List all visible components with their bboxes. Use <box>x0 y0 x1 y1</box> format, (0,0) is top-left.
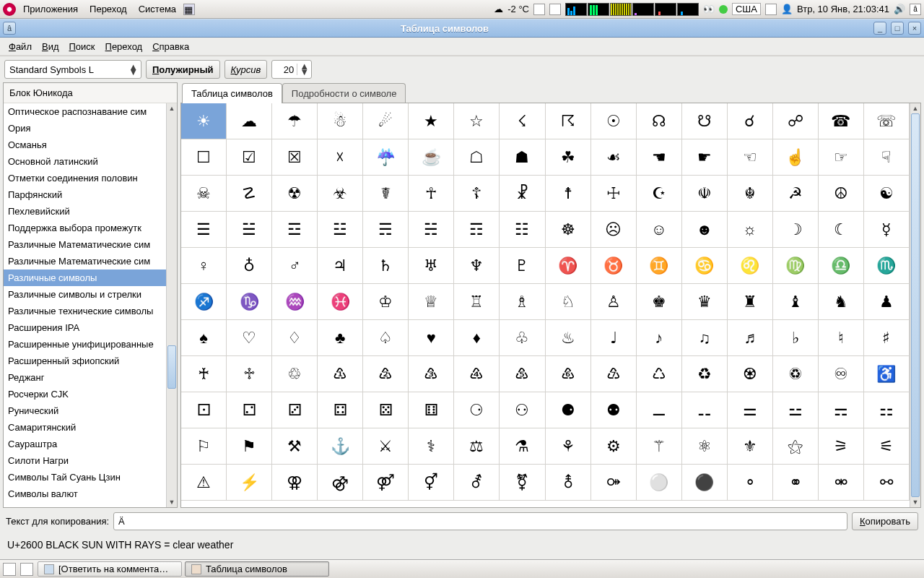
sidebar-item[interactable]: Различные технические символы <box>4 303 177 319</box>
symbol-cell[interactable]: ☓ <box>318 139 363 176</box>
symbol-cell[interactable]: ♅ <box>409 248 454 284</box>
symbol-cell[interactable]: ☱ <box>227 212 272 248</box>
sidebar-item[interactable]: Основной латинский <box>4 153 177 170</box>
tab-symbol-table[interactable]: Таблица символов <box>182 83 282 103</box>
sidebar-item[interactable]: Символы и знаки препинания CJK <box>4 502 177 507</box>
symbol-cell[interactable]: ☖ <box>454 139 500 176</box>
symbol-cell[interactable]: ☿ <box>864 212 910 248</box>
symbol-cell[interactable]: ☎ <box>819 103 864 139</box>
symbol-cell[interactable]: ☒ <box>272 139 318 176</box>
sidebar-item[interactable]: Парфянский <box>4 186 177 203</box>
system-monitor[interactable] <box>565 3 699 16</box>
symbol-cell[interactable]: ☜ <box>728 139 773 176</box>
clock[interactable]: Втр, 10 Янв, 21:03:41 <box>797 4 889 14</box>
symbol-cell[interactable]: ♱ <box>227 356 272 392</box>
symbol-cell[interactable]: ♞ <box>819 284 864 320</box>
symbol-cell[interactable]: ☙ <box>591 139 637 176</box>
symbol-cell[interactable]: ♻ <box>682 356 728 392</box>
symbol-cell[interactable]: ☣ <box>318 176 363 212</box>
symbol-cell[interactable]: ♯ <box>864 320 910 356</box>
symbol-cell[interactable]: ♗ <box>500 284 545 320</box>
symbol-cell[interactable]: ⚡ <box>227 465 272 501</box>
symbol-cell[interactable]: ☨ <box>546 176 591 212</box>
symbol-cell[interactable]: ⚗ <box>500 428 545 465</box>
symbol-cell[interactable]: ♽ <box>773 356 819 392</box>
symbol-cell[interactable]: ⚝ <box>773 428 819 465</box>
symbol-cell[interactable]: ⚖ <box>454 428 500 465</box>
symbol-cell[interactable]: ☵ <box>409 212 454 248</box>
symbol-cell[interactable]: ☽ <box>773 212 819 248</box>
symbol-cell[interactable]: ♆ <box>454 248 500 284</box>
symbol-cell[interactable]: ⚇ <box>500 392 545 428</box>
kbd-layout[interactable]: США <box>732 3 761 15</box>
italic-toggle[interactable]: Курсив <box>225 60 268 79</box>
sidebar-item[interactable]: Росчерки CJK <box>4 386 177 402</box>
symbol-cell[interactable]: ☔ <box>363 139 409 176</box>
symbol-cell[interactable]: ♧ <box>500 320 545 356</box>
symbol-cell[interactable]: ♐ <box>181 284 227 320</box>
symbol-cell[interactable]: ♊ <box>637 248 682 284</box>
symbol-cell[interactable]: ⚬ <box>728 465 773 501</box>
symbol-cell[interactable]: ☊ <box>637 103 682 139</box>
symbol-cell[interactable]: ♎ <box>819 248 864 284</box>
symbol-cell[interactable]: ♉ <box>591 248 637 284</box>
symbol-cell[interactable]: ⚆ <box>454 392 500 428</box>
symbol-grid[interactable]: ☀☁☂☃☄★☆☇☈☉☊☋☌☍☎☏☐☑☒☓☔☕☖☗☘☙☚☛☜☝☞☟☠☡☢☣☤☥☦☧… <box>181 103 910 507</box>
symbol-cell[interactable]: ⚛ <box>682 428 728 465</box>
symbol-cell[interactable]: ☰ <box>181 212 227 248</box>
symbol-cell[interactable]: ♮ <box>819 320 864 356</box>
sidebar-item[interactable]: Расширенный эфиопский <box>4 353 177 369</box>
sidebar-item[interactable]: Символы валют <box>4 486 177 502</box>
symbol-cell[interactable]: ♭ <box>773 320 819 356</box>
symbol-cell[interactable]: ☡ <box>227 176 272 212</box>
symbol-cell[interactable]: ⚈ <box>546 392 591 428</box>
panel-menu-system[interactable]: Система <box>134 2 180 16</box>
symbol-cell[interactable]: ♰ <box>181 356 227 392</box>
symbol-cell[interactable]: ♸ <box>546 356 591 392</box>
sidebar-item[interactable]: Саураштра <box>4 436 177 452</box>
symbol-cell[interactable]: ☼ <box>728 212 773 248</box>
symbol-cell[interactable]: ☤ <box>363 176 409 212</box>
updates-icon[interactable] <box>549 4 561 15</box>
symbol-cell[interactable]: ♇ <box>500 248 545 284</box>
symbol-cell[interactable]: ☠ <box>181 176 227 212</box>
symbol-cell[interactable]: ☈ <box>546 103 591 139</box>
symbol-cell[interactable]: ♑ <box>227 284 272 320</box>
symbol-cell[interactable]: ⚚ <box>637 428 682 465</box>
size-input[interactable] <box>272 64 297 75</box>
bold-toggle[interactable]: Полужирный <box>146 60 220 79</box>
symbol-cell[interactable]: ☟ <box>864 139 910 176</box>
sidebar-item[interactable]: Силоти Нагри <box>4 452 177 469</box>
symbol-cell[interactable]: ♀ <box>181 248 227 284</box>
sidebar-item[interactable]: Самаритянский <box>4 419 177 436</box>
symbol-cell[interactable]: ♛ <box>682 284 728 320</box>
sidebar-item[interactable]: Расширения IPA <box>4 319 177 336</box>
symbol-cell[interactable]: ⚞ <box>819 428 864 465</box>
symbol-cell[interactable]: ♹ <box>591 356 637 392</box>
sidebar-scrollbar[interactable]: ▲ ▼ <box>166 103 177 507</box>
symbol-cell[interactable]: ♿ <box>864 356 910 392</box>
minimize-button[interactable]: _ <box>873 22 886 35</box>
sidebar-item[interactable]: Различные символы <box>4 269 177 286</box>
symbol-cell[interactable]: ♲ <box>272 356 318 392</box>
symbol-cell[interactable]: ♌ <box>728 248 773 284</box>
symbol-cell[interactable]: ♴ <box>363 356 409 392</box>
symbol-cell[interactable]: ⚭ <box>773 465 819 501</box>
symbol-cell[interactable]: ♥ <box>409 320 454 356</box>
symbol-cell[interactable]: ♩ <box>591 320 637 356</box>
symbol-cell[interactable]: ⚁ <box>227 392 272 428</box>
symbol-cell[interactable]: ☾ <box>819 212 864 248</box>
symbol-cell[interactable]: ♝ <box>773 284 819 320</box>
window-menu-button[interactable]: â <box>3 22 16 35</box>
symbol-cell[interactable]: ♦ <box>454 320 500 356</box>
symbol-cell[interactable]: ♈ <box>546 248 591 284</box>
symbol-cell[interactable]: ♨ <box>546 320 591 356</box>
symbol-cell[interactable]: ♡ <box>227 320 272 356</box>
symbol-cell[interactable]: ☩ <box>591 176 637 212</box>
symbol-cell[interactable]: ♢ <box>272 320 318 356</box>
symbol-cell[interactable]: ♵ <box>409 356 454 392</box>
symbol-cell[interactable]: ☷ <box>500 212 545 248</box>
symbol-cell[interactable]: ♺ <box>637 356 682 392</box>
sidebar-item[interactable]: Различные Математические сим <box>4 253 177 269</box>
symbol-cell[interactable]: ♜ <box>728 284 773 320</box>
